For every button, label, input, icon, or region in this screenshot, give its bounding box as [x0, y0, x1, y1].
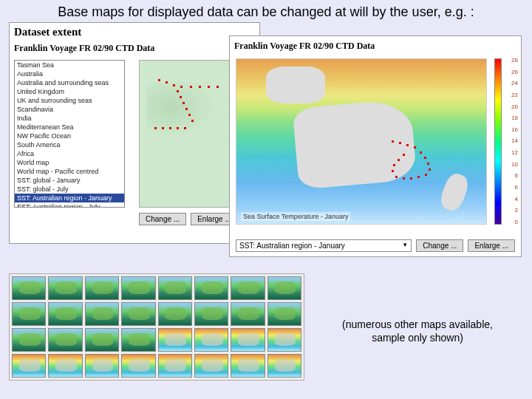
map-thumbnail[interactable]: [121, 354, 155, 378]
enlarge-button[interactable]: Enlarge ...: [468, 239, 515, 252]
listbox-scrollbar[interactable]: ▲ ▼: [124, 61, 125, 208]
map-thumbnail[interactable]: [121, 328, 155, 352]
map-thumbnail[interactable]: [12, 328, 46, 352]
select-value: SST: Australian region - January: [239, 242, 345, 250]
map-thumbnail[interactable]: [231, 328, 265, 352]
colorbar-ticks: 28 26 24 22 20 18 16 14 12 10 8 6 4 2 0: [505, 57, 518, 225]
list-item[interactable]: Mediterranean Sea: [15, 123, 124, 132]
list-item[interactable]: Australia: [15, 69, 124, 78]
map-thumbnail[interactable]: [158, 302, 192, 326]
map-thumbnail[interactable]: [194, 354, 228, 378]
list-item[interactable]: UK and surrounding seas: [15, 96, 124, 105]
list-item[interactable]: Scandinavia: [15, 105, 124, 114]
change-button[interactable]: Change ...: [139, 213, 186, 225]
map-thumbnail[interactable]: [158, 354, 192, 378]
map-thumbnail[interactable]: [121, 302, 155, 326]
map-thumbnail[interactable]: [85, 302, 119, 326]
panel-subheading: Franklin Voyage FR 02/90 CTD Data: [10, 41, 259, 60]
list-item[interactable]: SST: Australian region - July: [15, 202, 124, 208]
map-thumbnail[interactable]: [48, 328, 82, 352]
panel-heading: Franklin Voyage FR 02/90 CTD Data: [230, 36, 521, 56]
map-thumbnail[interactable]: [12, 302, 46, 326]
page-title: Base maps for displayed data can be chan…: [0, 4, 532, 20]
list-item[interactable]: World map: [15, 158, 124, 167]
list-item[interactable]: United Kingdom: [15, 87, 124, 96]
chevron-down-icon: ▼: [402, 242, 408, 250]
landmass-nz: [437, 171, 471, 213]
basemap-select[interactable]: SST: Australian region - January ▼: [236, 239, 412, 252]
map-thumbnail[interactable]: [85, 276, 119, 300]
landmass-australia: [293, 98, 417, 190]
map-caption: Sea Surface Temperature - January: [241, 212, 350, 221]
map-thumbnail[interactable]: [194, 276, 228, 300]
map-thumbnail[interactable]: [267, 328, 301, 352]
dataset-extent-panel: Dataset extent Franklin Voyage FR 02/90 …: [9, 22, 260, 244]
map-thumbnail[interactable]: [12, 276, 46, 300]
map-thumbnail[interactable]: [158, 328, 192, 352]
list-item[interactable]: South America: [15, 140, 124, 149]
map-thumbnail[interactable]: [267, 302, 301, 326]
map-thumbnail[interactable]: [158, 276, 192, 300]
landmass: [266, 66, 325, 103]
list-item[interactable]: SST: global - January: [15, 176, 124, 185]
map-thumbnail[interactable]: [194, 328, 228, 352]
map-thumbnail[interactable]: [48, 302, 82, 326]
panel-heading: Dataset extent: [10, 23, 259, 41]
map-thumbnail[interactable]: [85, 328, 119, 352]
voyage-track: [154, 75, 238, 149]
map-thumbnail[interactable]: [231, 302, 265, 326]
map-thumbnail[interactable]: [12, 354, 46, 378]
map-thumbnail[interactable]: [121, 276, 155, 300]
basemap-listbox[interactable]: Tasman Sea Australia Australia and surro…: [14, 60, 125, 208]
map-thumbnail[interactable]: [85, 354, 119, 378]
change-button[interactable]: Change ...: [416, 239, 463, 252]
sst-map-panel: Franklin Voyage FR 02/90 CTD Data Sea Su…: [229, 35, 522, 257]
list-item[interactable]: NW Pacific Ocean: [15, 132, 124, 140]
list-item[interactable]: Australia and surrounding seas: [15, 78, 124, 87]
list-item-selected[interactable]: SST: Australian region - January: [15, 194, 124, 202]
basemap-thumbnail-grid: [9, 273, 304, 381]
colorbar: [494, 58, 502, 225]
list-item[interactable]: Tasman Sea: [15, 61, 124, 69]
sst-map: Sea Surface Temperature - January: [236, 58, 487, 225]
map-thumbnail[interactable]: [48, 354, 82, 378]
map-thumbnail[interactable]: [267, 354, 301, 378]
map-thumbnail[interactable]: [231, 354, 265, 378]
footnote: (numerous other maps available, sample o…: [325, 318, 510, 344]
list-item[interactable]: World map - Pacific centred: [15, 167, 124, 176]
map-thumbnail[interactable]: [267, 276, 301, 300]
list-item[interactable]: SST: global - July: [15, 185, 124, 194]
list-item[interactable]: Africa: [15, 149, 124, 158]
map-thumbnail[interactable]: [194, 302, 228, 326]
map-thumbnail[interactable]: [48, 276, 82, 300]
list-item[interactable]: India: [15, 114, 124, 123]
map-thumbnail[interactable]: [231, 276, 265, 300]
